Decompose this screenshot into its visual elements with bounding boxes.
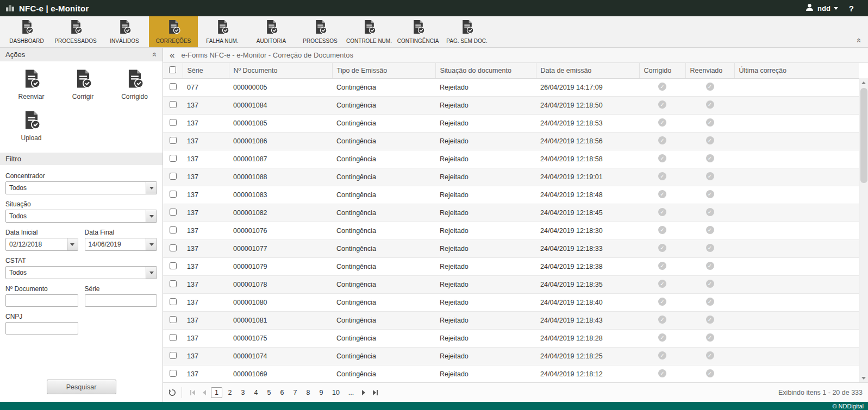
chevron-down-icon[interactable] [67, 238, 78, 250]
col-ultima-correcao[interactable]: Última correção [734, 63, 859, 79]
last-page-icon[interactable] [370, 390, 380, 395]
refresh-icon[interactable] [168, 389, 176, 396]
prev-page-icon[interactable] [200, 390, 209, 395]
row-checkbox[interactable] [170, 334, 177, 341]
scrollbar-thumb[interactable] [860, 88, 867, 183]
toolbar-item[interactable]: INVÁLIDOS [100, 16, 149, 47]
action-button[interactable]: Corrigido [109, 69, 160, 100]
row-checkbox[interactable] [170, 370, 177, 377]
page-button[interactable]: 5 [264, 388, 274, 398]
situacao-select[interactable]: Todos [5, 210, 157, 223]
vertical-scrollbar[interactable] [859, 78, 868, 382]
cnpj-input[interactable] [5, 322, 78, 335]
cstat-select[interactable]: Todos [5, 266, 157, 279]
row-checkbox[interactable] [170, 191, 177, 198]
row-checkbox[interactable] [170, 83, 177, 90]
first-page-icon[interactable] [188, 390, 198, 395]
concentrador-select[interactable]: Todos [5, 181, 157, 194]
table-row[interactable]: 137 000001088 Contingência Rejeitado 24/… [163, 168, 859, 186]
toolbar-item[interactable]: CONTROLE NUM. [345, 16, 394, 47]
toolbar-item[interactable]: AUDITORIA [247, 16, 296, 47]
table-row[interactable]: 077 000000005 Contingência Rejeitado 26/… [163, 79, 859, 97]
table-row[interactable]: 137 000001087 Contingência Rejeitado 24/… [163, 150, 859, 168]
table-row[interactable]: 137 000001080 Contingência Rejeitado 24/… [163, 294, 859, 312]
row-checkbox[interactable] [170, 244, 177, 251]
data-inicial-picker[interactable]: 02/12/2018 [5, 238, 78, 251]
data-inicial-value[interactable]: 02/12/2018 [6, 238, 67, 250]
col-data-emissao[interactable]: Data de emissão [536, 63, 639, 79]
data-final-value[interactable]: 14/06/2019 [85, 238, 146, 250]
row-checkbox[interactable] [170, 298, 177, 305]
action-button[interactable]: Corrigir [57, 69, 109, 100]
user-menu[interactable]: ndd [805, 3, 838, 14]
toolbar-item[interactable]: DASHBOARD [2, 16, 51, 47]
row-checkbox[interactable] [170, 155, 177, 162]
page-button[interactable]: 9 [316, 388, 327, 398]
table-row[interactable]: 137 000001086 Contingência Rejeitado 24/… [163, 133, 859, 150]
pesquisar-button[interactable]: Pesquisar [47, 380, 116, 394]
col-corrigido[interactable]: Corrigido [639, 63, 685, 79]
table-row[interactable]: 137 000001075 Contingência Rejeitado 24/… [163, 330, 859, 348]
page-button[interactable]: 3 [238, 388, 248, 398]
chevron-down-icon[interactable] [146, 238, 157, 250]
row-checkbox[interactable] [170, 119, 177, 126]
chevron-down-icon[interactable] [146, 210, 157, 222]
col-tipo-emissao[interactable]: Tipo de Emissão [332, 63, 435, 79]
toolbar-item[interactable]: CONTINGÊNCIA [394, 16, 442, 47]
page-button[interactable]: 10 [329, 388, 343, 398]
page-button[interactable]: 8 [303, 388, 314, 398]
actions-collapse-icon[interactable]: « [150, 52, 159, 56]
row-checkbox[interactable] [170, 352, 177, 359]
row-checkbox[interactable] [170, 316, 177, 323]
table-row[interactable]: 137 000001079 Contingência Rejeitado 24/… [163, 258, 859, 276]
cstat-value[interactable]: Todos [6, 267, 146, 279]
help-button[interactable]: ? [849, 4, 854, 13]
table-row[interactable]: 137 000001069 Contingência Rejeitado 24/… [163, 365, 859, 383]
scroll-down-icon[interactable] [859, 374, 868, 382]
table-row[interactable]: 137 000001078 Contingência Rejeitado 24/… [163, 276, 859, 294]
data-final-picker[interactable]: 14/06/2019 [85, 238, 158, 251]
page-button[interactable]: 2 [224, 388, 235, 398]
col-num-documento[interactable]: Nº Documento [229, 63, 332, 79]
chevron-down-icon[interactable] [146, 182, 157, 194]
toolbar-item[interactable]: PAG. SEM DOC. [442, 16, 491, 47]
page-button[interactable]: 1 [211, 387, 222, 398]
row-checkbox[interactable] [170, 262, 177, 269]
situacao-value[interactable]: Todos [6, 210, 146, 222]
chevron-down-icon[interactable] [146, 267, 157, 279]
table-row[interactable]: 137 000001076 Contingência Rejeitado 24/… [163, 222, 859, 240]
table-row[interactable]: 137 000001074 Contingência Rejeitado 24/… [163, 348, 859, 365]
panel-collapse-icon[interactable]: « [170, 51, 174, 60]
row-checkbox[interactable] [170, 137, 177, 144]
action-button[interactable]: Reenviar [5, 69, 57, 100]
select-all-checkbox[interactable] [169, 66, 176, 73]
toolbar-item[interactable]: PROCESSADOS [51, 16, 100, 47]
col-serie[interactable]: Série [183, 63, 229, 79]
page-button[interactable]: 6 [277, 388, 288, 398]
row-checkbox[interactable] [170, 101, 177, 108]
concentrador-value[interactable]: Todos [6, 182, 146, 194]
col-reenviado[interactable]: Reenviado [685, 63, 734, 79]
page-button[interactable]: 4 [251, 388, 261, 398]
table-row[interactable]: 137 000001085 Contingência Rejeitado 24/… [163, 115, 859, 133]
serie-input[interactable] [85, 294, 158, 307]
table-row[interactable]: 137 000001083 Contingência Rejeitado 24/… [163, 186, 859, 204]
toolbar-item[interactable]: CORREÇÕES [149, 16, 198, 47]
row-checkbox[interactable] [170, 209, 177, 216]
col-situacao[interactable]: Situação do documento [435, 63, 536, 79]
action-button[interactable]: Upload [5, 110, 57, 142]
row-checkbox[interactable] [170, 226, 177, 234]
scroll-up-icon[interactable] [859, 78, 868, 87]
table-row[interactable]: 137 000001081 Contingência Rejeitado 24/… [163, 312, 859, 330]
next-page-icon[interactable] [359, 390, 368, 395]
toolbar-item[interactable]: PROCESSOS [296, 16, 345, 47]
table-row[interactable]: 137 000001084 Contingência Rejeitado 24/… [163, 97, 859, 115]
table-row[interactable]: 137 000001082 Contingência Rejeitado 24/… [163, 204, 859, 222]
num-documento-input[interactable] [5, 294, 78, 307]
page-button[interactable]: ... [345, 388, 357, 398]
row-checkbox[interactable] [170, 280, 177, 287]
toolbar-collapse-icon[interactable]: « [851, 35, 868, 47]
table-row[interactable]: 137 000001077 Contingência Rejeitado 24/… [163, 240, 859, 258]
toolbar-item[interactable]: FALHA NUM. [198, 16, 247, 47]
row-checkbox[interactable] [170, 173, 177, 180]
